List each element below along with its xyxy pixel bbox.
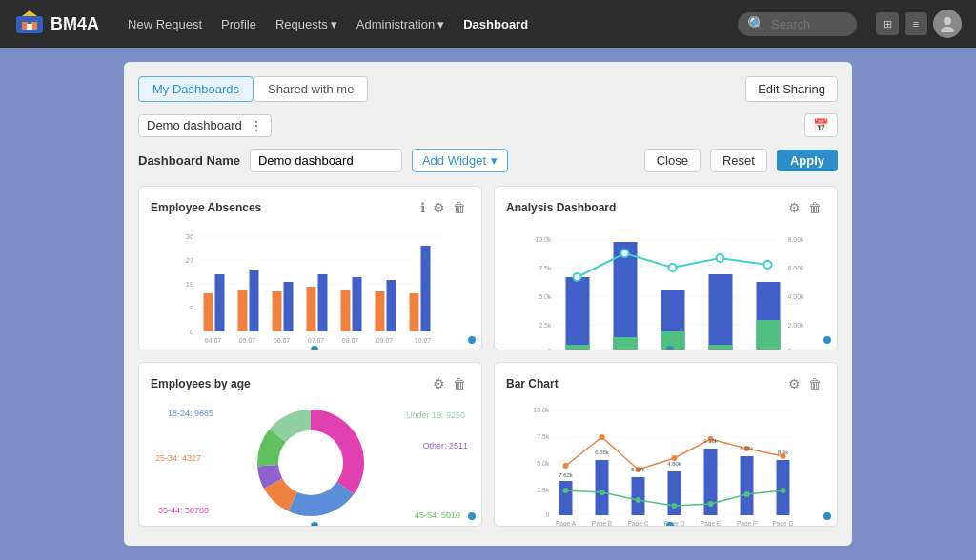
widget-grid: Employee Absences ℹ ⚙ 🗑 36 27 18 9 0 [138, 186, 838, 527]
label-45-54: 45-54: 5010 [415, 510, 460, 520]
list-icon-button[interactable]: ≡ [905, 12, 927, 35]
svg-text:07.07: 07.07 [308, 337, 325, 344]
widget-title-analysis: Analysis Dashboard [506, 201, 784, 214]
resize-handle-right[interactable] [468, 336, 476, 344]
calendar-button[interactable]: 📅 [804, 113, 838, 137]
tab-shared-with-me[interactable]: Shared with me [254, 76, 368, 102]
brand-logo [14, 9, 45, 39]
svg-text:2.00k: 2.00k [788, 322, 805, 329]
svg-text:7.62k: 7.62k [559, 472, 574, 478]
widget-bar-chart: Bar Chart ⚙ 🗑 10.0k 7.5k 5.0k 2.5k 0 [494, 362, 838, 527]
chevron-down-icon: ▾ [437, 17, 444, 31]
settings-icon-button[interactable]: ⚙ [429, 198, 449, 217]
resize-handle-right-analysis[interactable] [824, 336, 831, 344]
bar-chart-2: 10.0k 7.5k 5.0k 2.5k 0 [506, 401, 825, 527]
svg-rect-19 [238, 290, 248, 331]
svg-text:4.80k: 4.80k [667, 461, 682, 467]
navbar: BM4A New Request Profile Requests ▾ Admi… [0, 0, 976, 48]
svg-text:09.07: 09.07 [376, 337, 394, 344]
delete-icon-button-bar[interactable]: 🗑 [804, 374, 825, 393]
svg-text:6.58k: 6.58k [595, 450, 610, 455]
svg-rect-29 [410, 293, 419, 331]
svg-point-5 [944, 17, 951, 25]
svg-rect-28 [387, 280, 396, 331]
search-input[interactable] [771, 17, 847, 31]
dashboard-name-row: Dashboard Name Add Widget ▾ Close Reset … [138, 149, 838, 172]
grid-icon-button[interactable]: ⊞ [876, 12, 899, 35]
svg-text:8.95k: 8.95k [740, 446, 755, 451]
analysis-chart: 10.0k 7.5k 5.0k 2.5k 0 8.00k 6.00k 4.00k… [506, 225, 825, 350]
chevron-down-icon: ▾ [331, 17, 337, 31]
dashboard-bar: Demo dashboard ⋮ 📅 [138, 113, 838, 137]
svg-text:Page F: Page F [737, 520, 757, 527]
svg-rect-17 [204, 293, 214, 331]
widget-header-age: Employees by age ⚙ 🗑 [151, 374, 470, 393]
more-options-icon[interactable]: ⋮ [250, 118, 263, 133]
svg-text:Page E: Page E [701, 520, 722, 527]
svg-text:Page C: Page C [628, 520, 649, 527]
resize-handle-right-bar[interactable] [824, 512, 831, 520]
svg-point-97 [563, 463, 569, 469]
svg-text:9: 9 [190, 304, 194, 312]
delete-icon-button-analysis[interactable]: 🗑 [804, 198, 825, 217]
svg-rect-62 [757, 320, 781, 350]
widget-title-bar: Bar Chart [506, 377, 784, 390]
svg-rect-58 [566, 345, 590, 350]
donut-chart [249, 401, 373, 525]
resize-handle-bottom-analysis[interactable] [666, 346, 674, 350]
svg-rect-92 [632, 477, 645, 515]
svg-rect-25 [341, 290, 351, 331]
reset-button[interactable]: Reset [710, 149, 767, 172]
widget-employees-by-age: Employees by age ⚙ 🗑 [138, 362, 482, 527]
svg-rect-93 [668, 471, 681, 515]
add-widget-button[interactable]: Add Widget ▾ [412, 149, 508, 172]
delete-icon-button[interactable]: 🗑 [449, 198, 470, 217]
chevron-down-icon: ▾ [491, 153, 498, 168]
main-content: My Dashboards Shared with me Edit Sharin… [124, 62, 852, 546]
nav-new-request[interactable]: New Request [128, 17, 202, 31]
svg-point-106 [636, 497, 641, 503]
edit-sharing-button[interactable]: Edit Sharing [745, 76, 838, 102]
nav-requests[interactable]: Requests ▾ [275, 17, 337, 31]
svg-text:10.0k: 10.0k [535, 236, 552, 243]
widget-header-bar: Bar Chart ⚙ 🗑 [506, 374, 825, 393]
svg-rect-53 [566, 277, 590, 350]
avatar[interactable] [933, 10, 962, 38]
svg-point-110 [781, 488, 786, 493]
settings-icon-button-age[interactable]: ⚙ [429, 374, 449, 393]
resize-handle-bottom[interactable] [311, 346, 318, 350]
nav-dashboard[interactable]: Dashboard [463, 17, 528, 31]
svg-text:9.16k: 9.16k [703, 438, 719, 444]
apply-button[interactable]: Apply [777, 150, 838, 171]
search-icon: 🔍 [747, 15, 766, 33]
settings-icon-button-analysis[interactable]: ⚙ [784, 198, 804, 217]
brand: BM4A [14, 9, 99, 39]
demo-dashboard-tag: Demo dashboard ⋮ [138, 114, 272, 137]
svg-point-66 [717, 254, 724, 262]
svg-rect-27 [376, 291, 385, 331]
resize-handle-bottom-age[interactable] [311, 522, 318, 527]
dashboard-name-input[interactable] [250, 149, 402, 172]
nav-profile[interactable]: Profile [221, 17, 256, 31]
svg-rect-24 [318, 274, 328, 331]
widget-analysis-dashboard: Analysis Dashboard ⚙ 🗑 10.0k 7.5k 5.0k 2… [494, 186, 838, 350]
svg-text:7.5k: 7.5k [539, 265, 552, 271]
info-icon-button[interactable]: ℹ [417, 198, 429, 217]
settings-icon-button-bar[interactable]: ⚙ [784, 374, 804, 393]
resize-handle-bottom-bar[interactable] [666, 522, 674, 527]
widget-header-analysis: Analysis Dashboard ⚙ 🗑 [506, 198, 825, 217]
dashboard-tabs: My Dashboards Shared with me Edit Sharin… [138, 76, 838, 102]
svg-rect-26 [353, 277, 362, 331]
svg-text:08.07: 08.07 [342, 337, 359, 344]
resize-handle-right-age[interactable] [468, 512, 476, 520]
delete-icon-button-age[interactable]: 🗑 [449, 374, 470, 393]
dashboard-name-label: Dashboard Name [138, 153, 240, 168]
search-box: 🔍 [738, 12, 857, 36]
nav-administration[interactable]: Administration ▾ [356, 17, 444, 31]
tab-my-dashboards[interactable]: My Dashboards [138, 76, 254, 102]
employee-absences-chart: 36 27 18 9 0 [151, 225, 470, 349]
svg-text:10.0k: 10.0k [533, 407, 550, 413]
svg-rect-22 [284, 282, 294, 331]
close-button[interactable]: Close [644, 149, 701, 172]
svg-point-98 [600, 434, 605, 440]
